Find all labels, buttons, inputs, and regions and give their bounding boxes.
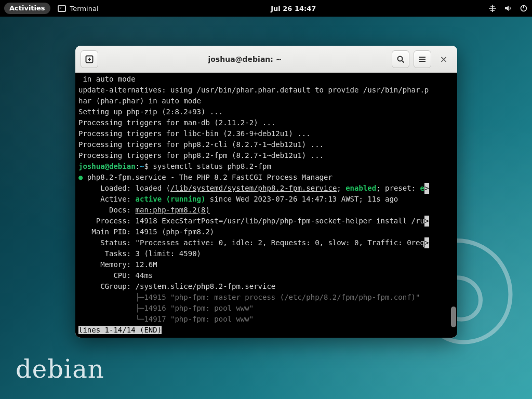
new-tab-button[interactable] bbox=[81, 50, 98, 68]
service-docs: Docs: man:php-fpm8.2(8) bbox=[75, 205, 457, 216]
clock[interactable]: Jul 26 14:47 bbox=[271, 5, 316, 12]
term-line: Setting up php-zip (2:8.2+93) ... bbox=[75, 107, 457, 117]
prompt-line: joshua@debian:~$ systemctl status php8.2… bbox=[75, 161, 457, 172]
volume-icon[interactable] bbox=[504, 4, 512, 12]
activities-button[interactable]: Activities bbox=[4, 3, 50, 14]
service-header: ● php8.2-fpm.service - The PHP 8.2 FastC… bbox=[75, 172, 457, 183]
term-line: Processing triggers for libc-bin (2.36-9… bbox=[75, 128, 457, 139]
network-icon[interactable] bbox=[488, 4, 497, 12]
terminal-icon bbox=[58, 5, 66, 12]
service-mainpid: Main PID: 14915 (php-fpm8.2) bbox=[75, 227, 457, 237]
scrollbar-thumb[interactable] bbox=[451, 307, 456, 327]
close-button[interactable]: × bbox=[435, 54, 452, 64]
term-line: in auto mode bbox=[75, 74, 457, 85]
app-indicator[interactable]: Terminal bbox=[58, 5, 99, 12]
gnome-topbar: Activities Terminal Jul 26 14:47 bbox=[0, 0, 532, 17]
service-memory: Memory: 12.6M bbox=[75, 259, 457, 270]
hamburger-menu-button[interactable] bbox=[414, 50, 431, 68]
command: systemctl status php8.2-fpm bbox=[153, 162, 271, 170]
term-line: Processing triggers for php8.2-cli (8.2.… bbox=[75, 139, 457, 150]
terminal-output[interactable]: in auto mode update-alternatives: using … bbox=[75, 73, 457, 338]
terminal-scrollbar[interactable] bbox=[451, 73, 456, 338]
app-name: Terminal bbox=[70, 5, 99, 12]
line-truncated-icon: > bbox=[424, 237, 429, 248]
terminal-window: joshua@debian: ~ × in auto mode update-a… bbox=[75, 46, 457, 338]
debian-wordmark: debian bbox=[16, 354, 104, 383]
service-loaded: Loaded: loaded (/lib/systemd/system/php8… bbox=[75, 183, 457, 194]
service-cpu: CPU: 44ms bbox=[75, 270, 457, 281]
search-button[interactable] bbox=[392, 50, 409, 68]
svg-point-2 bbox=[398, 56, 403, 61]
window-titlebar: joshua@debian: ~ × bbox=[75, 46, 457, 73]
term-line: Processing triggers for php8.2-fpm (8.2.… bbox=[75, 150, 457, 161]
power-icon[interactable] bbox=[520, 4, 528, 12]
service-status: Status: "Processes active: 0, idle: 2, R… bbox=[75, 237, 457, 248]
service-active: Active: active (running) since Wed 2023-… bbox=[75, 194, 457, 205]
service-process: Process: 14918 ExecStartPost=/usr/lib/ph… bbox=[75, 216, 457, 227]
window-title: joshua@debian: ~ bbox=[208, 55, 282, 63]
pager-status: lines 1-14/14 (END) bbox=[75, 325, 457, 336]
term-line: update-alternatives: using /usr/bin/phar… bbox=[75, 85, 457, 96]
cgroup-tree: └─14917 "php-fpm: pool www" bbox=[75, 314, 457, 325]
service-tasks: Tasks: 3 (limit: 4590) bbox=[75, 248, 457, 259]
line-truncated-icon: > bbox=[424, 183, 429, 194]
term-line: har (phar.phar) in auto mode bbox=[75, 96, 457, 107]
term-line: Processing triggers for man-db (2.11.2-2… bbox=[75, 117, 457, 128]
cgroup-tree: ├─14915 "php-fpm: master process (/etc/p… bbox=[75, 292, 457, 303]
cgroup-tree: ├─14916 "php-fpm: pool www" bbox=[75, 303, 457, 314]
service-cgroup: CGroup: /system.slice/php8.2-fpm.service bbox=[75, 281, 457, 292]
line-truncated-icon: > bbox=[424, 216, 429, 227]
